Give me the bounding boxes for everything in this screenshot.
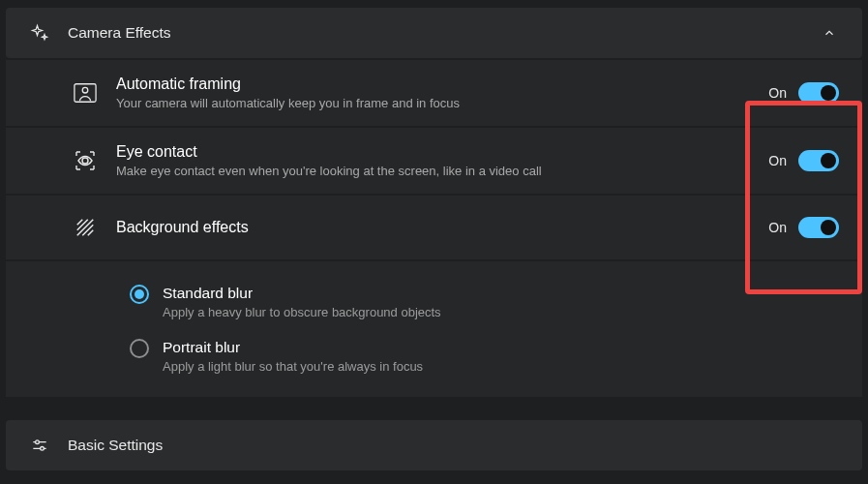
option-desc: Apply a light blur so that you're always…: [163, 358, 423, 376]
row-automatic-framing: Automatic framing Your camera will autom…: [6, 60, 862, 126]
sparkle-icon: [29, 23, 50, 43]
row-background-effects: Background effects On: [6, 196, 862, 259]
option-desc: Apply a heavy blur to obscure background…: [163, 304, 441, 321]
row-title: Background effects: [116, 217, 768, 238]
option-portrait-blur[interactable]: Portrait blur Apply a light blur so that…: [6, 329, 862, 397]
section-basic-settings-header[interactable]: Basic Settings: [6, 420, 862, 470]
svg-point-1: [82, 87, 88, 93]
toggle-automatic-framing[interactable]: [798, 82, 839, 104]
radio-standard-blur[interactable]: [130, 285, 149, 304]
row-title: Eye contact: [116, 141, 768, 163]
person-frame-icon: [72, 82, 99, 104]
row-desc: Make eye contact even when you're lookin…: [116, 163, 768, 180]
section-title: Camera Effects: [68, 24, 171, 42]
toggle-background-effects[interactable]: [798, 217, 839, 238]
row-desc: Your camera will automatically keep you …: [116, 95, 768, 112]
sliders-icon: [29, 436, 50, 455]
toggle-status: On: [768, 220, 787, 235]
option-standard-blur[interactable]: Standard blur Apply a heavy blur to obsc…: [6, 259, 862, 329]
toggle-eye-contact[interactable]: [798, 150, 839, 171]
texture-icon: [72, 217, 99, 238]
row-title: Automatic framing: [116, 74, 768, 95]
section-camera-effects-header[interactable]: Camera Effects: [6, 8, 862, 58]
svg-point-2: [82, 158, 88, 164]
eye-focus-icon: [72, 149, 99, 172]
option-title: Standard blur: [163, 283, 441, 304]
row-eye-contact: Eye contact Make eye contact even when y…: [6, 128, 862, 194]
toggle-status: On: [768, 153, 787, 168]
radio-portrait-blur[interactable]: [130, 339, 149, 358]
svg-point-4: [41, 447, 45, 451]
svg-point-3: [36, 440, 40, 444]
chevron-up-icon: [820, 26, 839, 40]
section-title: Basic Settings: [68, 437, 163, 454]
option-title: Portrait blur: [163, 337, 423, 358]
toggle-status: On: [768, 85, 787, 101]
